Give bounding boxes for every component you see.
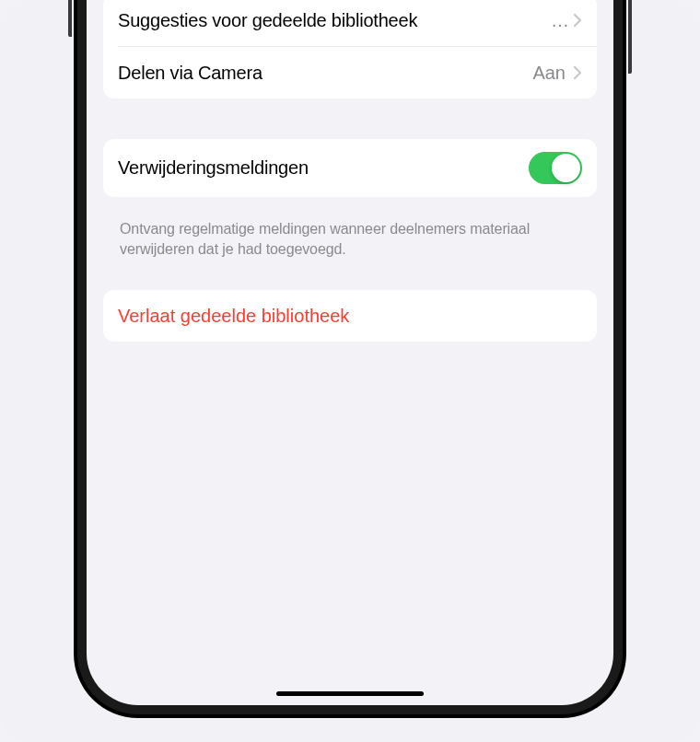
row-label: Suggesties voor gedeelde bibliotheek xyxy=(118,10,545,31)
row-value: Aan xyxy=(532,63,566,84)
row-shared-library-suggestions[interactable]: Suggesties voor gedeelde bibliotheek … xyxy=(103,0,597,46)
row-share-via-camera[interactable]: Delen via Camera Aan xyxy=(103,47,597,99)
settings-group-notifications: Verwijderingsmeldingen xyxy=(103,139,597,197)
chevron-right-icon xyxy=(573,13,582,28)
settings-screen: Suggesties voor gedeelde bibliotheek … D… xyxy=(87,0,613,705)
destructive-action-label: Verlaat gedeelde bibliotheek xyxy=(118,306,349,327)
device-side-button-right xyxy=(628,0,632,74)
row-leave-shared-library[interactable]: Verlaat gedeelde bibliotheek xyxy=(103,290,597,342)
device-side-button-left xyxy=(68,0,72,37)
row-deletion-notifications[interactable]: Verwijderingsmeldingen xyxy=(103,139,597,197)
group-footer-text: Ontvang regelmatige meldingen wanneer de… xyxy=(103,212,597,279)
home-indicator[interactable] xyxy=(276,691,424,696)
toggle-knob xyxy=(552,154,580,182)
device-frame: Suggesties voor gedeelde bibliotheek … D… xyxy=(74,0,626,718)
toggle-switch[interactable] xyxy=(529,152,582,184)
settings-group-leave: Verlaat gedeelde bibliotheek xyxy=(103,290,597,342)
settings-group-sharing: Suggesties voor gedeelde bibliotheek … D… xyxy=(103,0,597,99)
chevron-right-icon xyxy=(573,65,582,80)
truncation-indicator: … xyxy=(551,10,569,31)
row-label: Delen via Camera xyxy=(118,63,532,84)
row-label: Verwijderingsmeldingen xyxy=(118,157,529,179)
